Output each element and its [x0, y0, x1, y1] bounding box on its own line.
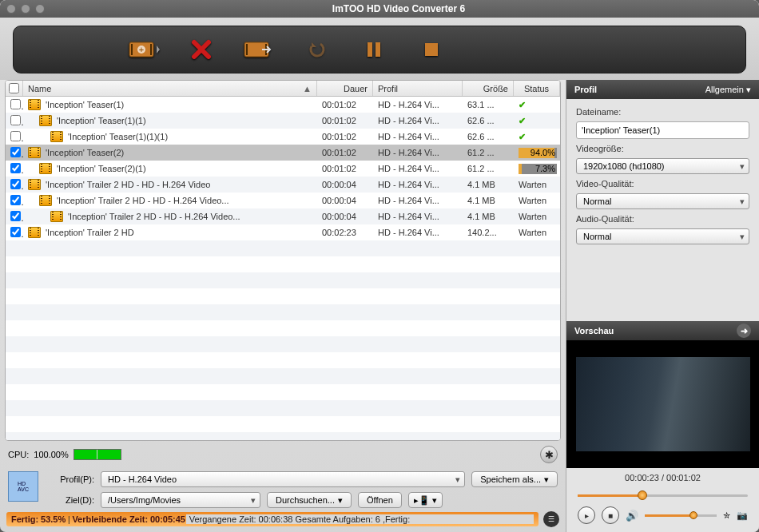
row-duration: 00:02:23 — [317, 228, 373, 237]
row-checkbox[interactable] — [10, 195, 21, 205]
stop-button[interactable] — [413, 35, 450, 64]
row-size: 4.1 MB — [463, 212, 514, 221]
row-name: 'Inception' Trailer 2 HD - HD - H.264 Vi… — [57, 196, 229, 205]
svg-rect-9 — [376, 42, 380, 57]
seek-slider[interactable] — [578, 492, 748, 498]
svg-rect-2 — [150, 44, 152, 55]
status-wait: Warten — [519, 180, 546, 189]
videoquality-select[interactable]: Normal — [576, 193, 749, 209]
table-row[interactable]: 'Inception' Teaser(1)(1)00:01:02HD - H.2… — [6, 113, 560, 129]
browse-button[interactable]: Durchsuchen... ▾ — [267, 492, 352, 508]
header-size[interactable]: Größe — [463, 81, 514, 96]
videoquality-label: Video-Qualität: — [576, 179, 749, 189]
row-profile: HD - H.264 Vi... — [373, 180, 463, 189]
target-select[interactable]: /Users/Img/Movies — [101, 492, 260, 508]
preview-expand-button[interactable]: ➜ — [737, 324, 751, 338]
row-checkbox[interactable] — [10, 147, 21, 157]
settings-button[interactable]: ✱ — [540, 446, 558, 463]
table-row[interactable]: 'Inception' Trailer 2 HD - HD - H.264 Vi… — [6, 177, 560, 193]
row-checkbox[interactable] — [10, 131, 21, 141]
row-checkbox[interactable] — [10, 163, 21, 173]
row-size: 61.2 ... — [463, 148, 514, 157]
minimize-window[interactable] — [21, 4, 30, 14]
svg-rect-6 — [246, 44, 248, 55]
remove-button[interactable] — [183, 35, 220, 64]
device-export-button[interactable]: ▸📱 ▾ — [408, 492, 443, 508]
volume-icon[interactable]: 🔊 — [626, 510, 638, 522]
convert-button[interactable] — [240, 35, 277, 64]
open-button[interactable]: Öffnen — [358, 492, 402, 508]
undo-button[interactable] — [298, 35, 335, 64]
row-profile: HD - H.264 Vi... — [373, 132, 463, 141]
status-wait: Warten — [519, 212, 546, 221]
preview-time: 00:00:23 / 00:01:02 — [566, 468, 759, 487]
row-profile: HD - H.264 Vi... — [373, 148, 463, 157]
svg-rect-1 — [131, 44, 133, 55]
row-name: 'Inception' Trailer 2 HD - HD - H.264 Vi… — [46, 180, 210, 189]
table-row[interactable]: 'Inception' Trailer 2 HD - HD - H.264 Vi… — [6, 193, 560, 208]
filename-label: Dateiname: — [576, 107, 749, 117]
pause-button[interactable] — [356, 35, 392, 64]
row-duration: 00:00:04 — [317, 196, 373, 205]
row-name: 'Inception' Teaser(2)(1) — [57, 164, 146, 173]
cpu-label: CPU: — [8, 450, 29, 459]
film-icon — [39, 163, 52, 174]
close-window[interactable] — [6, 4, 16, 14]
preview-panel-header: Vorschau ➜ — [566, 321, 759, 340]
status-wait: Warten — [519, 196, 546, 205]
profile-panel-header: Profil Allgemein ▾ — [566, 80, 759, 99]
row-checkbox[interactable] — [10, 227, 21, 237]
zoom-window[interactable] — [35, 4, 45, 14]
row-size: 4.1 MB — [463, 180, 514, 189]
save-as-button[interactable]: Speichern als... ▾ — [471, 471, 558, 487]
preview-frame — [576, 357, 750, 451]
hd-profile-icon: HDAVC — [8, 471, 38, 502]
filename-field[interactable]: 'Inception' Teaser(1) — [576, 121, 749, 139]
row-profile: HD - H.264 Vi... — [373, 164, 463, 173]
table-row[interactable]: 'Inception' Trailer 2 HD00:02:23HD - H.2… — [6, 224, 560, 240]
table-row[interactable]: 'Inception' Teaser(2)00:01:02HD - H.264 … — [6, 145, 560, 161]
header-checkbox[interactable] — [6, 81, 23, 96]
film-icon — [50, 211, 63, 222]
row-checkbox[interactable] — [10, 179, 21, 189]
film-icon — [28, 227, 41, 238]
row-checkbox[interactable] — [10, 99, 21, 109]
volume-slider[interactable] — [645, 512, 717, 518]
row-size: 63.1 ... — [463, 100, 514, 109]
header-duration[interactable]: Dauer — [317, 81, 373, 96]
status-strip: Fertig: 53.5% | Verbleibende Zeit: 00:05… — [6, 512, 538, 526]
row-checkbox[interactable] — [10, 211, 21, 221]
row-size: 4.1 MB — [463, 196, 514, 205]
profile-tab-allgemein[interactable]: Allgemein ▾ — [705, 85, 751, 95]
preview-area[interactable] — [566, 340, 759, 468]
svg-rect-10 — [425, 43, 438, 56]
progress-bar: 7.3% — [519, 164, 557, 174]
table-row[interactable]: 'Inception' Teaser(1)(1)(1)00:01:02HD - … — [6, 129, 560, 145]
profile-select[interactable]: HD - H.264 Video — [101, 471, 465, 487]
titlebar: ImTOO HD Video Converter 6 — [0, 0, 759, 18]
row-size: 140.2... — [463, 228, 514, 237]
table-row[interactable]: 'Inception' Trailer 2 HD - HD - H.264 Vi… — [6, 208, 560, 224]
table-row[interactable]: 'Inception' Teaser(1)00:01:02HD - H.264 … — [6, 97, 560, 113]
audioquality-select[interactable]: Normal — [576, 228, 749, 244]
header-name[interactable]: Name▲ — [23, 81, 317, 96]
header-status[interactable]: Status — [514, 81, 560, 96]
table-row[interactable]: 'Inception' Teaser(2)(1)00:01:02HD - H.2… — [6, 161, 560, 177]
snapshot-icon[interactable]: 📷 — [737, 510, 748, 521]
film-icon — [28, 147, 41, 158]
row-size: 61.2 ... — [463, 164, 514, 173]
film-icon — [39, 115, 52, 126]
window-title: ImTOO HD Video Converter 6 — [45, 3, 753, 14]
videosize-select[interactable]: 1920x1080 (hd1080) — [576, 158, 749, 174]
row-profile: HD - H.264 Vi... — [373, 100, 463, 109]
task-list-button[interactable]: ☰ — [543, 511, 559, 527]
snapshot-config-icon[interactable]: ✮ — [723, 510, 730, 521]
play-button[interactable]: ▸ — [578, 506, 595, 524]
add-file-button[interactable]: + — [125, 35, 162, 64]
header-profile[interactable]: Profil — [373, 81, 463, 96]
check-icon: ✔ — [519, 100, 526, 109]
row-checkbox[interactable] — [10, 115, 21, 125]
stop-preview-button[interactable]: ■ — [602, 506, 619, 524]
film-icon — [28, 179, 41, 190]
row-profile: HD - H.264 Vi... — [373, 196, 463, 205]
